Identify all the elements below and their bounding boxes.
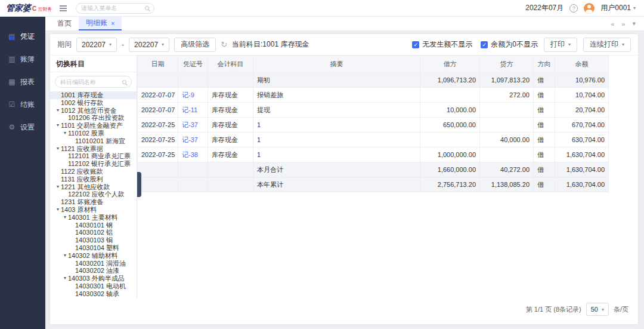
tree-item[interactable]: ▾140302 辅助材料 <box>50 252 137 260</box>
table-row[interactable]: 2022-07-25记-37库存现金140,000.00借630,704.00 <box>138 133 609 147</box>
advanced-filter-button[interactable]: 高级筛选 <box>174 38 216 52</box>
tree-item[interactable]: ▾1121 应收票据 <box>50 145 137 153</box>
tree-item[interactable]: 1002 银行存款 <box>50 99 137 107</box>
avatar[interactable] <box>584 3 595 14</box>
cell-debit: 10,000.00 <box>420 103 480 118</box>
table-row[interactable]: 本年累计2,756,713.201,138,085.20借1,630,704.0… <box>138 177 609 192</box>
sidebar-item-ledger[interactable]: ▥账簿 <box>0 48 45 70</box>
table-row[interactable]: 2022-07-07记-9库存现金报销差旅272.00借10,704.00 <box>138 88 609 103</box>
cell-balance: 1,630,704.00 <box>555 162 609 177</box>
voucher-link[interactable]: 记-37 <box>178 133 208 147</box>
filter-checkbox-1[interactable]: ✓无发生额不显示 <box>412 39 472 50</box>
tree-item[interactable]: 14030201 润滑油 <box>50 260 137 267</box>
expand-icon[interactable]: ▾ <box>62 214 68 222</box>
tab-menu-icon[interactable]: ▾ <box>632 20 636 27</box>
tree-item[interactable]: ▾1101 交易性金融资产 <box>50 122 137 130</box>
sidebar-item-settings[interactable]: ⚙设置 <box>0 116 45 139</box>
tree-item[interactable]: 1001 库存现金 <box>50 91 137 99</box>
column-header-account: 会计科目 <box>208 56 253 73</box>
user-menu[interactable]: 用户0001 ▾ <box>600 3 636 13</box>
sidebar-item-report[interactable]: ▦报表 <box>0 70 45 93</box>
voucher-link[interactable]: 记-38 <box>178 147 208 162</box>
cell-summary: 1 <box>253 147 420 162</box>
table-row[interactable]: 2022-07-25记-37库存现金1650,000.00借670,704.00 <box>138 118 609 133</box>
tree-item[interactable]: ▾1012 其他货币资金 <box>50 107 137 115</box>
cell-dir: 借 <box>534 177 555 192</box>
period-to-select[interactable]: 202207 ▾ <box>129 38 169 52</box>
tree-item-label: 1231 坏账准备 <box>61 198 104 206</box>
tree-item[interactable]: 14030303 电器元件 <box>50 298 137 299</box>
table-row[interactable]: 期初1,096,713.201,097,813.20借10,976.00 <box>138 73 609 88</box>
tree-item[interactable]: 101206 存出投资款 <box>50 114 137 122</box>
expand-icon[interactable]: ▾ <box>55 183 61 191</box>
expand-icon[interactable]: ▾ <box>62 130 68 137</box>
expand-icon[interactable]: ▾ <box>55 145 61 153</box>
tree-item[interactable]: ▾140303 外购半成品 <box>50 275 137 282</box>
tree-item[interactable]: ▾1221 其他应收款 <box>50 183 137 191</box>
page-size-select[interactable]: 50 ▾ <box>586 303 609 316</box>
cell-dir: 借 <box>534 88 555 103</box>
tab-scroll-left-icon[interactable]: « <box>611 20 614 27</box>
tree-item-label: 1101 交易性金融资产 <box>61 122 123 130</box>
voucher-link[interactable]: 记-9 <box>178 88 208 103</box>
period-from-select[interactable]: 202207 ▾ <box>76 38 117 52</box>
refresh-icon[interactable]: ↻ <box>221 40 227 49</box>
tree-item-label: 1001 库存现金 <box>61 91 104 99</box>
tree-item-label: 140303 外购半成品 <box>68 275 125 282</box>
tree-item[interactable]: 14030101 钢 <box>50 222 137 229</box>
sidebar-item-closing[interactable]: ☑结账 <box>0 93 45 116</box>
table-row[interactable]: 本月合计1,660,000.0040,272.00借1,630,704.00 <box>138 162 609 177</box>
tree-item[interactable]: 1131 应收股利 <box>50 176 137 183</box>
menu-search-input[interactable] <box>81 5 145 11</box>
tree-item[interactable]: 122102 应收个人款 <box>50 190 137 198</box>
tree-item[interactable]: 1122 应收账款 <box>50 168 137 176</box>
tree-item[interactable]: 1231 坏账准备 <box>50 198 137 206</box>
cell-debit <box>420 133 480 147</box>
chevron-down-icon: ▾ <box>602 307 604 312</box>
tree-item[interactable]: 14030301 电动机 <box>50 282 137 290</box>
search-icon[interactable] <box>145 6 149 10</box>
menu-toggle-icon[interactable] <box>58 3 69 14</box>
voucher-link[interactable]: 记-37 <box>178 118 208 133</box>
voucher-link[interactable]: 记-11 <box>178 103 208 118</box>
tree-item-label: 14030103 铜 <box>75 236 113 244</box>
expand-icon[interactable]: ▾ <box>62 275 68 282</box>
cell-account <box>208 177 253 192</box>
cell-summary: 期初 <box>253 73 420 88</box>
expand-icon[interactable]: ▾ <box>55 206 61 214</box>
continuous-print-button[interactable]: 连续打印 ▾ <box>583 38 631 52</box>
print-button[interactable]: 打印 ▾ <box>544 38 577 52</box>
tree-item[interactable]: 14030302 轴承 <box>50 290 137 298</box>
tree-item[interactable]: ▾140301 主要材料 <box>50 214 137 222</box>
tree-item[interactable]: 14030202 油漆 <box>50 267 137 275</box>
tree-item[interactable]: 14030102 铝 <box>50 229 137 236</box>
help-icon[interactable]: ? <box>569 4 578 13</box>
sidebar-item-voucher[interactable]: ▤凭证 <box>0 25 45 48</box>
tree-item[interactable]: 112101 商业承兑汇票 <box>50 152 137 160</box>
search-icon[interactable] <box>122 80 126 84</box>
tab-detail-ledger[interactable]: 明细账× <box>79 17 122 30</box>
expand-icon[interactable]: ▾ <box>55 107 61 115</box>
page-size-value: 50 <box>591 306 598 313</box>
tree-item[interactable]: 112102 银行承兑汇票 <box>50 160 137 168</box>
tab-scroll-right-icon[interactable]: » <box>621 20 625 27</box>
tree-item[interactable]: ▾110102 股票 <box>50 130 137 137</box>
tree-item[interactable]: 11010201 新海宜 <box>50 137 137 145</box>
expand-icon[interactable]: ▾ <box>55 122 61 130</box>
tab-home[interactable]: 首页 <box>50 17 79 30</box>
tree-search-input[interactable] <box>60 79 122 85</box>
app-logo: 管家婆 C 云财务 <box>6 3 52 14</box>
table-row[interactable]: 2022-07-07记-11库存现金提现10,000.00借20,704.00 <box>138 103 609 118</box>
tree-item[interactable]: 14030103 铜 <box>50 236 137 244</box>
expand-icon[interactable]: ▾ <box>62 252 68 260</box>
cell-credit <box>480 147 534 162</box>
tab-close-icon[interactable]: × <box>111 20 114 27</box>
report-icon: ▦ <box>8 78 16 86</box>
chevron-down-icon: ▾ <box>109 42 112 47</box>
filter-checkbox-2[interactable]: ✓余额为0不显示 <box>481 39 538 50</box>
cell-date <box>138 162 178 177</box>
tree-item[interactable]: 14030104 塑料 <box>50 244 137 252</box>
tree-item[interactable]: ▾1403 原材料 <box>50 206 137 214</box>
panel-collapse-handle[interactable] <box>137 172 141 197</box>
table-row[interactable]: 2022-07-25记-38库存现金11,000,000.00借1,630,70… <box>138 147 609 162</box>
